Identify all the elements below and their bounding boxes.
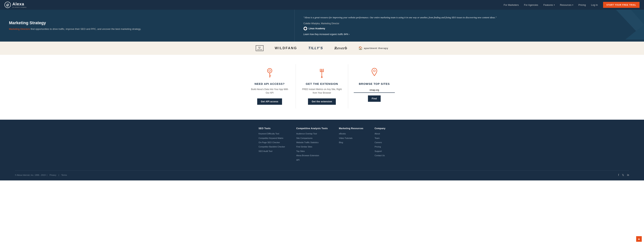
svg-text:L: L: [305, 28, 306, 29]
facebook-icon[interactable]: f: [618, 174, 619, 177]
footer-link-competitor-keyword[interactable]: Competitor Keyword Matrix: [258, 137, 285, 140]
footer-link-ebooks[interactable]: eBooks: [339, 132, 364, 135]
company-name: Linux Academy: [309, 27, 325, 30]
nav-resources[interactable]: Resources ▾: [560, 3, 573, 6]
footer-link-team[interactable]: Team: [374, 137, 385, 140]
twitter-icon[interactable]: 𝕏: [622, 174, 624, 177]
footer-link-api[interactable]: API: [296, 159, 328, 161]
footer-col-marketing: Marketing Resources eBooks Video Tutoria…: [339, 127, 364, 163]
logo-union: U UNION: [256, 45, 264, 51]
footer-link-support[interactable]: Support: [374, 150, 385, 153]
svg-point-6: [269, 70, 271, 72]
footer-col-marketing-heading: Marketing Resources: [339, 127, 364, 130]
footer-link-pricing[interactable]: Pricing: [374, 145, 385, 148]
navigation: @ Alexa An amazon company For Marketers …: [0, 0, 644, 10]
logo-circle: @: [4, 2, 11, 8]
key-icon: [266, 68, 274, 79]
hero-title: Marketing Strategy: [9, 20, 286, 25]
linkedin-icon[interactable]: in: [627, 174, 629, 177]
browse-input-row: [354, 88, 395, 93]
footer-link-about[interactable]: About: [374, 132, 385, 135]
logos-strip: U UNION WILDFANG TILLY'S Reverb 🏠 apartm…: [0, 42, 644, 55]
pin-icon: [371, 68, 378, 79]
footer-link-website-traffic[interactable]: Website Traffic Statistics: [296, 141, 328, 144]
company-logo: L: [304, 27, 307, 30]
api-desc: Build Alexa's Data Into Your App With Ou…: [249, 88, 290, 95]
footer-col-seo: SEO Tools Keyword Difficulty Tool Compet…: [258, 127, 285, 163]
terms-link[interactable]: Terms: [61, 174, 67, 176]
logo-sub: An amazon company: [12, 6, 26, 8]
hero-section: Marketing Strategy Marketing Directors f…: [0, 10, 644, 42]
hero-attribution: Colette Wladyka, Marketing Director: [304, 22, 635, 25]
svg-point-5: [268, 68, 272, 73]
get-extension-button[interactable]: Get the extension: [308, 98, 336, 105]
extension-desc: FREE Instant Metrics on Any Site, Right …: [302, 88, 342, 95]
footer-copyright: © Alexa Internet, Inc. 1996 - 2019 | Pri…: [15, 174, 68, 176]
footer-links: SEO Tools Keyword Difficulty Tool Compet…: [15, 127, 629, 163]
logo-name: Alexa: [12, 2, 26, 6]
footer-link-video-tutorials[interactable]: Video Tutorials: [339, 137, 364, 140]
footer-link-contact[interactable]: Contact Us: [374, 154, 385, 157]
hero-learn-link[interactable]: Learn how they increased organic traffic…: [304, 33, 635, 36]
footer-link-blog[interactable]: Blog: [339, 141, 364, 144]
hero-left-panel: Marketing Strategy Marketing Directors f…: [0, 10, 294, 42]
footer-link-find-similar[interactable]: Find Similar Sites: [296, 145, 328, 148]
browse-site-input[interactable]: [354, 88, 395, 93]
footer-link-on-page-seo[interactable]: On-Page SEO Checker: [258, 141, 285, 144]
footer: SEO Tools Keyword Difficulty Tool Compet…: [0, 120, 644, 180]
api-title: NEED API ACCESS?: [254, 82, 285, 85]
features-section: NEED API ACCESS? Build Alexa's Data Into…: [0, 55, 644, 120]
hero-company: L Linux Academy: [304, 27, 635, 30]
logo[interactable]: @ Alexa An amazon company: [4, 2, 26, 8]
nav-for-agencies[interactable]: For Agencies: [524, 3, 538, 6]
logo-apartment-therapy: 🏠 apartment therapy: [358, 46, 388, 50]
hero-highlight: Marketing Directors: [9, 28, 30, 30]
svg-point-14: [373, 70, 375, 72]
wrench-icon: [319, 68, 325, 79]
logo-wildfang: WILDFANG: [275, 46, 297, 50]
footer-link-careers[interactable]: Careers: [374, 141, 385, 144]
footer-col-competitive: Competitive Analysis Tools Audience Over…: [296, 127, 328, 163]
footer-col-seo-heading: SEO Tools: [258, 127, 285, 130]
logo-reverb: Reverb: [334, 46, 348, 50]
footer-bottom: © Alexa Internet, Inc. 1996 - 2019 | Pri…: [15, 170, 629, 177]
chevron-down-icon: ▾: [572, 4, 573, 6]
footer-link-audience-overlap[interactable]: Audience Overlap Tool: [296, 132, 328, 135]
nav-links: For Marketers For Agencies Features ▾ Re…: [504, 2, 640, 8]
start-trial-button[interactable]: START YOUR FREE TRIAL: [603, 2, 640, 8]
find-button[interactable]: Find: [368, 96, 380, 102]
footer-link-alexa-extension[interactable]: Alexa Browser Extension: [296, 154, 328, 157]
footer-link-top-sites[interactable]: Top Sites: [296, 150, 328, 153]
extension-title: GET THE EXTENSION: [306, 82, 338, 85]
footer-link-site-comparisons[interactable]: Site Comparisons: [296, 137, 328, 140]
hero-quote: "Alexa is a great resource for improving…: [304, 16, 635, 19]
footer-link-seo-audit[interactable]: SEO Audit Tool: [258, 150, 285, 153]
hero-desc-suffix: find opportunities to drive traffic, imp…: [31, 28, 141, 30]
footer-link-competitor-backlink[interactable]: Competitor Backlink Checker: [258, 145, 285, 148]
feature-api: NEED API ACCESS? Build Alexa's Data Into…: [244, 64, 296, 109]
hero-right-panel: "Alexa is a great resource for improving…: [294, 10, 644, 42]
nav-login[interactable]: Log In: [591, 3, 598, 6]
feature-browse: BROWSE TOP SITES Find: [348, 64, 400, 109]
footer-social: f 𝕏 in: [618, 174, 629, 177]
browse-title: BROWSE TOP SITES: [359, 82, 390, 85]
chevron-down-icon: ▾: [554, 4, 555, 6]
logo-tillys: TILLY'S: [308, 46, 323, 50]
privacy-link[interactable]: Privacy: [50, 174, 56, 176]
get-api-access-button[interactable]: Get API access: [257, 98, 282, 105]
footer-link-keyword-difficulty[interactable]: Keyword Difficulty Tool: [258, 132, 285, 135]
hero-description: Marketing Directors find opportunities t…: [9, 27, 286, 31]
nav-features[interactable]: Features ▾: [543, 3, 554, 6]
nav-pricing[interactable]: Pricing: [578, 3, 586, 6]
footer-col-company: Company About Team Careers Pricing Suppo…: [374, 127, 385, 163]
footer-col-company-heading: Company: [374, 127, 385, 130]
nav-for-marketers[interactable]: For Marketers: [504, 3, 519, 6]
feature-extension: GET THE EXTENSION FREE Instant Metrics o…: [296, 64, 348, 109]
footer-col-competitive-heading: Competitive Analysis Tools: [296, 127, 328, 130]
